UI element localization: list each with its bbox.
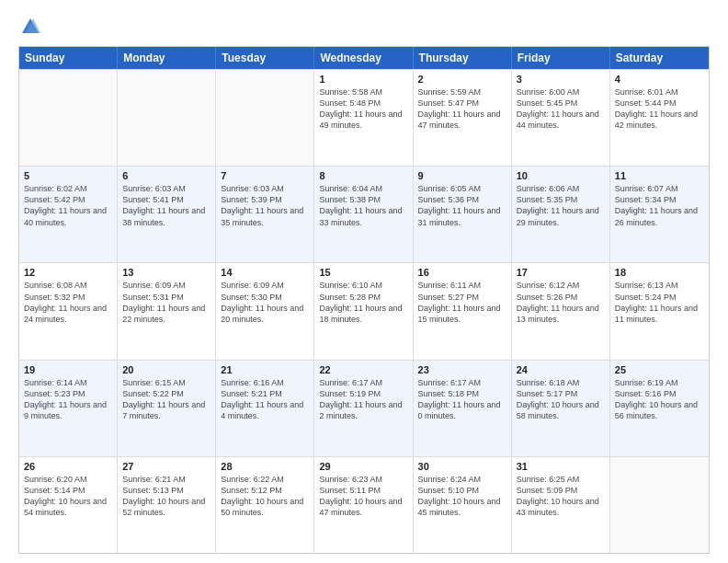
calendar-cell: 22Sunrise: 6:17 AM Sunset: 5:19 PM Dayli… — [314, 361, 413, 456]
calendar-cell: 27Sunrise: 6:21 AM Sunset: 5:13 PM Dayli… — [118, 457, 216, 553]
calendar-cell: 30Sunrise: 6:24 AM Sunset: 5:10 PM Dayli… — [414, 457, 512, 553]
day-number: 16 — [418, 267, 506, 278]
calendar-cell: 13Sunrise: 6:09 AM Sunset: 5:31 PM Dayli… — [118, 263, 216, 359]
calendar-cell: 8Sunrise: 6:04 AM Sunset: 5:38 PM Daylig… — [314, 167, 413, 262]
day-number: 3 — [517, 74, 605, 85]
day-number: 21 — [221, 364, 309, 375]
cell-info: Sunrise: 6:00 AM Sunset: 5:45 PM Dayligh… — [517, 86, 605, 132]
day-number: 28 — [221, 461, 309, 472]
cell-info: Sunrise: 6:21 AM Sunset: 5:13 PM Dayligh… — [122, 474, 210, 519]
calendar-cell: 4Sunrise: 6:01 AM Sunset: 5:44 PM Daylig… — [610, 70, 709, 166]
calendar-cell: 10Sunrise: 6:06 AM Sunset: 5:35 PM Dayli… — [512, 167, 610, 262]
day-number: 7 — [221, 170, 309, 181]
calendar-cell: 17Sunrise: 6:12 AM Sunset: 5:26 PM Dayli… — [512, 263, 610, 359]
cell-info: Sunrise: 6:17 AM Sunset: 5:18 PM Dayligh… — [418, 377, 506, 422]
calendar-cell: 31Sunrise: 6:25 AM Sunset: 5:09 PM Dayli… — [512, 457, 610, 553]
cell-info: Sunrise: 6:03 AM Sunset: 5:41 PM Dayligh… — [122, 183, 210, 228]
calendar-cell: 15Sunrise: 6:10 AM Sunset: 5:28 PM Dayli… — [314, 263, 413, 359]
header-day-wednesday: Wednesday — [314, 47, 413, 69]
calendar-week-3: 12Sunrise: 6:08 AM Sunset: 5:32 PM Dayli… — [19, 262, 709, 359]
calendar-cell: 2Sunrise: 5:59 AM Sunset: 5:47 PM Daylig… — [414, 70, 512, 166]
calendar: SundayMondayTuesdayWednesdayThursdayFrid… — [18, 46, 710, 554]
cell-info: Sunrise: 6:12 AM Sunset: 5:26 PM Dayligh… — [517, 280, 605, 325]
cell-info: Sunrise: 6:17 AM Sunset: 5:19 PM Dayligh… — [319, 377, 407, 422]
cell-info: Sunrise: 6:19 AM Sunset: 5:16 PM Dayligh… — [615, 377, 704, 422]
header-day-sunday: Sunday — [19, 47, 118, 69]
calendar-cell: 28Sunrise: 6:22 AM Sunset: 5:12 PM Dayli… — [216, 457, 314, 553]
calendar-cell: 3Sunrise: 6:00 AM Sunset: 5:45 PM Daylig… — [512, 70, 610, 166]
calendar-cell: 19Sunrise: 6:14 AM Sunset: 5:23 PM Dayli… — [19, 361, 118, 456]
day-number: 4 — [615, 74, 704, 85]
day-number: 6 — [122, 170, 210, 181]
day-number: 22 — [319, 364, 407, 375]
cell-info: Sunrise: 6:22 AM Sunset: 5:12 PM Dayligh… — [221, 474, 309, 519]
header-day-tuesday: Tuesday — [216, 47, 314, 69]
calendar-week-1: 1Sunrise: 5:58 AM Sunset: 5:48 PM Daylig… — [19, 69, 709, 166]
cell-info: Sunrise: 6:11 AM Sunset: 5:27 PM Dayligh… — [418, 280, 506, 325]
cell-info: Sunrise: 6:24 AM Sunset: 5:10 PM Dayligh… — [418, 474, 506, 519]
day-number: 13 — [122, 267, 210, 278]
day-number: 14 — [221, 267, 309, 278]
day-number: 1 — [319, 74, 407, 85]
calendar-cell: 26Sunrise: 6:20 AM Sunset: 5:14 PM Dayli… — [19, 457, 118, 553]
calendar-cell: 5Sunrise: 6:02 AM Sunset: 5:42 PM Daylig… — [19, 167, 118, 262]
day-number: 8 — [319, 170, 407, 181]
cell-info: Sunrise: 6:18 AM Sunset: 5:17 PM Dayligh… — [517, 377, 605, 422]
calendar-week-5: 26Sunrise: 6:20 AM Sunset: 5:14 PM Dayli… — [19, 456, 709, 553]
calendar-cell: 18Sunrise: 6:13 AM Sunset: 5:24 PM Dayli… — [610, 263, 709, 359]
cell-info: Sunrise: 6:09 AM Sunset: 5:30 PM Dayligh… — [221, 280, 309, 325]
day-number: 17 — [517, 267, 605, 278]
logo-icon — [20, 17, 40, 37]
calendar-cell — [19, 70, 118, 166]
day-number: 19 — [24, 364, 112, 375]
calendar-cell: 25Sunrise: 6:19 AM Sunset: 5:16 PM Dayli… — [610, 361, 709, 456]
calendar-cell: 7Sunrise: 6:03 AM Sunset: 5:39 PM Daylig… — [216, 167, 314, 262]
header-day-friday: Friday — [512, 47, 610, 69]
cell-info: Sunrise: 6:15 AM Sunset: 5:22 PM Dayligh… — [122, 377, 210, 422]
calendar-cell — [610, 457, 709, 553]
day-number: 11 — [615, 170, 704, 181]
cell-info: Sunrise: 6:03 AM Sunset: 5:39 PM Dayligh… — [221, 183, 309, 228]
calendar-cell: 1Sunrise: 5:58 AM Sunset: 5:48 PM Daylig… — [314, 70, 413, 166]
cell-info: Sunrise: 6:01 AM Sunset: 5:44 PM Dayligh… — [615, 86, 704, 132]
calendar-cell: 9Sunrise: 6:05 AM Sunset: 5:36 PM Daylig… — [414, 167, 512, 262]
day-number: 23 — [418, 364, 506, 375]
cell-info: Sunrise: 6:16 AM Sunset: 5:21 PM Dayligh… — [221, 377, 309, 422]
calendar-week-4: 19Sunrise: 6:14 AM Sunset: 5:23 PM Dayli… — [19, 360, 709, 456]
cell-info: Sunrise: 6:02 AM Sunset: 5:42 PM Dayligh… — [24, 183, 112, 228]
cell-info: Sunrise: 6:13 AM Sunset: 5:24 PM Dayligh… — [615, 280, 704, 325]
header-day-thursday: Thursday — [414, 47, 512, 69]
calendar-body: 1Sunrise: 5:58 AM Sunset: 5:48 PM Daylig… — [19, 69, 709, 553]
cell-info: Sunrise: 6:25 AM Sunset: 5:09 PM Dayligh… — [517, 474, 605, 519]
day-number: 29 — [319, 461, 407, 472]
cell-info: Sunrise: 6:08 AM Sunset: 5:32 PM Dayligh… — [24, 280, 112, 325]
cell-info: Sunrise: 6:14 AM Sunset: 5:23 PM Dayligh… — [24, 377, 112, 422]
calendar-cell — [216, 70, 314, 166]
cell-info: Sunrise: 6:09 AM Sunset: 5:31 PM Dayligh… — [122, 280, 210, 325]
day-number: 9 — [418, 170, 506, 181]
header — [18, 17, 710, 37]
day-number: 26 — [24, 461, 112, 472]
day-number: 30 — [418, 461, 506, 472]
cell-info: Sunrise: 6:10 AM Sunset: 5:28 PM Dayligh… — [319, 280, 407, 325]
cell-info: Sunrise: 6:05 AM Sunset: 5:36 PM Dayligh… — [418, 183, 506, 228]
calendar-cell: 14Sunrise: 6:09 AM Sunset: 5:30 PM Dayli… — [216, 263, 314, 359]
cell-info: Sunrise: 6:20 AM Sunset: 5:14 PM Dayligh… — [24, 474, 112, 519]
calendar-cell: 20Sunrise: 6:15 AM Sunset: 5:22 PM Dayli… — [118, 361, 216, 456]
cell-info: Sunrise: 6:04 AM Sunset: 5:38 PM Dayligh… — [319, 183, 407, 228]
calendar-cell — [118, 70, 216, 166]
calendar-header-row: SundayMondayTuesdayWednesdayThursdayFrid… — [19, 47, 709, 69]
header-day-monday: Monday — [118, 47, 216, 69]
header-day-saturday: Saturday — [610, 47, 709, 69]
day-number: 12 — [24, 267, 112, 278]
calendar-cell: 16Sunrise: 6:11 AM Sunset: 5:27 PM Dayli… — [414, 263, 512, 359]
day-number: 18 — [615, 267, 704, 278]
page: SundayMondayTuesdayWednesdayThursdayFrid… — [0, 0, 728, 563]
day-number: 20 — [122, 364, 210, 375]
calendar-cell: 29Sunrise: 6:23 AM Sunset: 5:11 PM Dayli… — [314, 457, 413, 553]
day-number: 10 — [517, 170, 605, 181]
calendar-cell: 21Sunrise: 6:16 AM Sunset: 5:21 PM Dayli… — [216, 361, 314, 456]
calendar-cell: 11Sunrise: 6:07 AM Sunset: 5:34 PM Dayli… — [610, 167, 709, 262]
calendar-week-2: 5Sunrise: 6:02 AM Sunset: 5:42 PM Daylig… — [19, 166, 709, 262]
calendar-cell: 24Sunrise: 6:18 AM Sunset: 5:17 PM Dayli… — [512, 361, 610, 456]
